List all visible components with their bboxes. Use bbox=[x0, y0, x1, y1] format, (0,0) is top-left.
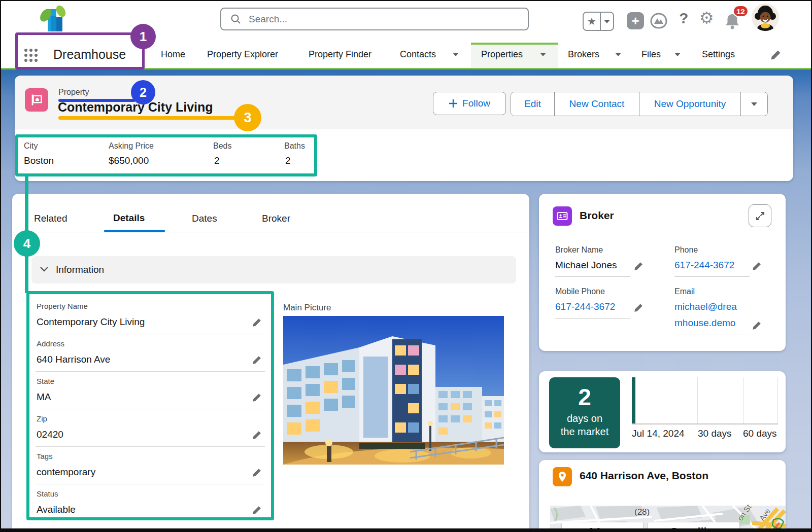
broker-mobile-link[interactable]: 617-244-3672 bbox=[555, 301, 615, 312]
annotation-badge-3: 3 bbox=[234, 104, 261, 131]
new-opportunity-button[interactable]: New Opportunity bbox=[639, 92, 741, 116]
more-actions-dropdown-button[interactable] bbox=[741, 92, 767, 116]
user-avatar[interactable] bbox=[752, 4, 779, 31]
record-action-group: Edit New Contact New Opportunity bbox=[511, 92, 768, 116]
market-timeline-bar bbox=[632, 377, 635, 423]
favorite-star-button[interactable]: ★ bbox=[584, 13, 601, 30]
plus-icon bbox=[449, 99, 458, 108]
satellite-view-button[interactable]: Satellite bbox=[648, 522, 739, 532]
map-card-title: 640 Harrison Ave, Boston bbox=[580, 470, 708, 482]
tab-details-active-underline bbox=[104, 230, 165, 232]
broker-name-value: Michael Jones bbox=[555, 260, 617, 271]
record-entity-label: Property bbox=[58, 88, 89, 97]
search-icon bbox=[230, 14, 242, 27]
edit-button-label: Edit bbox=[524, 98, 541, 110]
broker-email-edit-icon[interactable] bbox=[752, 321, 762, 332]
map-card-icon bbox=[553, 467, 572, 486]
nav-tab-files[interactable]: Files bbox=[641, 49, 661, 60]
nav-files-chevron-icon[interactable] bbox=[674, 53, 681, 56]
chevron-down-icon bbox=[751, 102, 757, 106]
annotation-underline-2 bbox=[58, 99, 136, 102]
annotation-badge-1: 1 bbox=[130, 24, 156, 49]
broker-name-edit-icon[interactable] bbox=[634, 261, 644, 273]
nav-tab-properties-label[interactable]: Properties bbox=[481, 49, 523, 60]
nav-tab-home[interactable]: Home bbox=[161, 49, 185, 60]
market-end-label: 60 days bbox=[743, 428, 777, 439]
market-mid-label: 30 days bbox=[698, 428, 732, 439]
broker-email-label: Email bbox=[674, 287, 695, 296]
broker-email-link-line2[interactable]: mhouse.demo bbox=[674, 317, 735, 329]
days-on-market-number: 2 bbox=[549, 383, 620, 411]
search-input[interactable] bbox=[248, 13, 514, 25]
broker-phone-edit-icon[interactable] bbox=[752, 261, 762, 273]
nav-tab-contacts[interactable]: Contacts bbox=[400, 49, 436, 60]
help-button[interactable]: ? bbox=[679, 10, 688, 27]
global-search bbox=[220, 8, 529, 30]
new-opportunity-button-label: New Opportunity bbox=[654, 98, 726, 110]
market-gridline-end bbox=[777, 377, 778, 423]
salesforce-window: ★ + ? ⚙ 12 bbox=[0, 0, 812, 532]
nav-tab-settings[interactable]: Settings bbox=[702, 49, 735, 60]
follow-button-label: Follow bbox=[462, 98, 490, 109]
broker-name-label: Broker Name bbox=[555, 245, 603, 255]
annotation-underline-3 bbox=[58, 116, 237, 120]
nav-contacts-chevron-icon[interactable] bbox=[453, 53, 459, 56]
broker-card-expand-button[interactable] bbox=[749, 204, 771, 227]
days-on-market-tile: 2 days on the market bbox=[549, 377, 620, 448]
annotation-box-1 bbox=[15, 32, 145, 69]
tab-dates[interactable]: Dates bbox=[192, 213, 217, 224]
new-contact-button[interactable]: New Contact bbox=[555, 92, 639, 116]
edit-button[interactable]: Edit bbox=[511, 92, 555, 116]
annotation-box-4b bbox=[26, 291, 274, 520]
favorites-dropdown-button[interactable] bbox=[601, 13, 613, 30]
map-route-label: (28) bbox=[634, 507, 650, 517]
tab-details[interactable]: Details bbox=[113, 212, 145, 224]
days-on-market-caption-2: the market bbox=[549, 426, 620, 438]
favorites-group: ★ bbox=[583, 12, 614, 31]
follow-button[interactable]: Follow bbox=[433, 92, 506, 115]
global-actions-button[interactable]: + bbox=[627, 12, 644, 29]
market-gridline-30 bbox=[697, 377, 698, 423]
chevron-down-icon bbox=[40, 265, 49, 274]
main-picture-image bbox=[283, 316, 504, 465]
market-gridline-60 bbox=[743, 377, 743, 423]
tab-broker[interactable]: Broker bbox=[262, 213, 290, 224]
broker-mobile-edit-icon[interactable] bbox=[634, 303, 644, 314]
trailhead-icon[interactable] bbox=[650, 13, 667, 31]
setup-gear-button[interactable]: ⚙ bbox=[699, 8, 714, 27]
nav-tab-property-explorer[interactable]: Property Explorer bbox=[207, 49, 278, 60]
nav-edit-pencil-icon[interactable] bbox=[770, 49, 782, 62]
market-timeline-baseline bbox=[632, 423, 778, 424]
property-entity-icon bbox=[25, 88, 48, 112]
tabs-divider bbox=[12, 232, 529, 232]
expand-icon bbox=[755, 211, 765, 221]
broker-card-icon bbox=[553, 206, 572, 226]
map-pin-icon bbox=[556, 471, 568, 483]
annotation-box-4a bbox=[15, 134, 317, 176]
map-view-button[interactable]: Map bbox=[562, 522, 643, 532]
broker-mobile-label: Mobile Phone bbox=[555, 287, 605, 296]
broker-email-link-line1[interactable]: michael@drea bbox=[674, 301, 737, 312]
tab-related[interactable]: Related bbox=[34, 213, 67, 224]
chevron-down-icon bbox=[604, 20, 610, 23]
nav-brokers-chevron-icon[interactable] bbox=[615, 53, 621, 56]
notification-badge: 12 bbox=[733, 5, 749, 17]
map-view-button-label: Map bbox=[589, 525, 616, 532]
broker-phone-link[interactable]: 617-244-3672 bbox=[674, 260, 734, 271]
information-section-title: Information bbox=[56, 264, 104, 275]
nav-tab-brokers[interactable]: Brokers bbox=[568, 49, 599, 60]
nav-properties-chevron-icon[interactable] bbox=[540, 53, 546, 56]
annotation-badge-4: 4 bbox=[14, 230, 40, 257]
market-start-label: Jul 14, 2024 bbox=[632, 428, 685, 439]
satellite-view-button-label: Satellite bbox=[669, 525, 718, 532]
main-picture-label: Main Picture bbox=[283, 303, 331, 313]
broker-card-title: Broker bbox=[580, 209, 614, 222]
days-on-market-caption-1: days on bbox=[549, 413, 620, 424]
broker-phone-label: Phone bbox=[674, 245, 698, 255]
information-section-header[interactable]: Information bbox=[31, 256, 516, 283]
new-contact-button-label: New Contact bbox=[569, 98, 625, 110]
annotation-badge-2: 2 bbox=[131, 80, 155, 104]
nav-tab-property-finder[interactable]: Property Finder bbox=[309, 49, 371, 60]
